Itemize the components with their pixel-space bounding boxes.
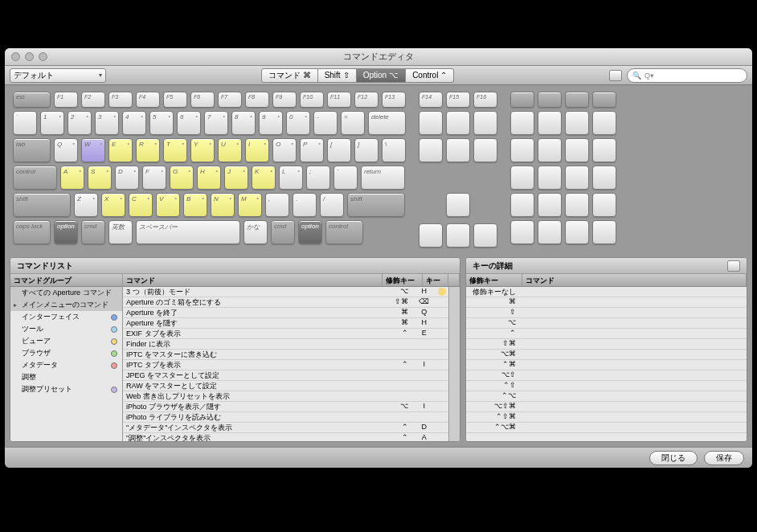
detail-row[interactable]: ⌃⌘ [466,360,747,370]
detail-row[interactable]: ⇧ [466,308,747,318]
key-[interactable] [446,193,470,217]
key-[interactable] [419,138,443,162]
key-[interactable] [446,223,470,248]
key-shift[interactable]: shift [347,193,405,217]
col-modifier[interactable]: 修飾キー [383,274,423,286]
key-t[interactable]: T [163,138,187,162]
key-[interactable] [419,223,443,248]
detail-row[interactable]: ⌥ [466,318,747,329]
command-row[interactable]: JPEG をマスターとして設定 [123,370,448,381]
col-key[interactable]: キー [423,274,448,286]
group-item[interactable]: 調整 [10,371,122,383]
key-[interactable] [473,138,497,162]
key-,[interactable]: , [265,193,289,217]
key-e[interactable]: E [108,138,133,162]
key-[interactable] [473,223,497,248]
key-[interactable] [538,166,562,190]
key-[interactable] [510,220,534,244]
col-detail-command[interactable]: コマンド [522,274,747,286]
key-f10[interactable]: F10 [300,92,324,108]
key-'[interactable]: ' [333,166,358,190]
modifier-コマンド-button[interactable]: コマンド ⌘ [261,68,318,83]
key-[interactable] [446,138,470,162]
key-control[interactable]: control [325,220,363,244]
key-return[interactable]: return [361,166,405,190]
command-row[interactable]: Aperture を隠す⌘H [123,318,448,329]
key-8[interactable]: 8 [231,111,256,135]
command-row[interactable]: Web 書き出しプリセットを表示 [123,391,448,402]
key-w[interactable]: W [81,138,105,162]
key-f9[interactable]: F9 [272,92,297,108]
detail-row[interactable]: ⌃ [466,329,747,339]
key-h[interactable]: H [197,166,221,190]
key-0[interactable]: 0 [286,111,310,135]
detail-row[interactable]: ⌃⇧⌘ [466,412,747,423]
key-c[interactable]: C [129,193,153,217]
key-x[interactable]: X [101,193,125,217]
command-row[interactable]: Aperture のゴミ箱を空にする⇧⌘⌫ [123,297,448,308]
key-6[interactable]: 6 [177,111,201,135]
key-7[interactable]: 7 [204,111,228,135]
key-[interactable] [538,92,562,108]
key-f1[interactable]: F1 [54,92,78,108]
group-item[interactable]: メインメニューのコマンド [10,299,122,311]
modifier-control-button[interactable]: Control ⌃ [406,68,454,83]
key-option[interactable]: option [298,220,322,244]
key-f2[interactable]: F2 [81,92,105,108]
key-[interactable] [538,138,562,162]
key-/[interactable]: / [320,193,344,217]
key-u[interactable]: U [218,138,242,162]
detail-row[interactable]: ⌥⇧ [466,370,747,381]
key-`[interactable]: ` [13,111,37,135]
command-row[interactable]: RAW をマスターとして設定 [123,381,448,391]
key-[interactable] [565,138,589,162]
detail-row[interactable]: ⌥⌘ [466,350,747,360]
command-scrollbar[interactable] [448,287,460,441]
key-[[interactable]: [ [327,138,351,162]
command-row[interactable]: iPhoto ライブラリを読み込む [123,412,448,423]
detail-row[interactable]: 修飾キーなし [466,287,747,297]
detail-row[interactable]: ⇧⌘ [466,339,747,350]
key-[interactable] [592,193,616,217]
detail-row[interactable]: ⌥⇧⌘ [466,402,747,412]
key-g[interactable]: G [170,166,194,190]
group-item[interactable]: インターフェイス [10,311,122,323]
command-row[interactable]: "メタデータ"インスペクタを表示⌃D [123,423,448,433]
key-f13[interactable]: F13 [382,92,406,108]
key-f[interactable]: F [142,166,166,190]
command-row[interactable]: EXIF タブを表示⌃E [123,329,448,339]
key-r[interactable]: R [136,138,160,162]
key-f16[interactable]: F16 [473,92,497,108]
preset-popup[interactable]: デフォルト [10,68,106,83]
key-shift[interactable]: shift [13,193,71,217]
command-row[interactable]: Aperture を終了⌘Q [123,308,448,318]
key-[interactable] [510,138,534,162]
key-[interactable] [510,111,534,135]
key-[interactable] [565,166,589,190]
key-;[interactable]: ; [306,166,330,190]
command-row[interactable]: IPTC タブを表示⌃I [123,360,448,370]
key-p[interactable]: P [300,138,324,162]
key-[interactable] [510,92,534,108]
key-[interactable] [510,193,534,217]
key-[interactable] [565,220,589,244]
key-o[interactable]: O [272,138,297,162]
detail-row[interactable]: ⌃⇧ [466,381,747,391]
search-field[interactable]: Q▾ [627,68,747,83]
close-button[interactable]: 閉じる [649,451,698,465]
col-command[interactable]: コマンド [123,274,383,286]
key-i[interactable]: I [245,138,269,162]
key-control[interactable]: control [13,166,57,190]
key-f14[interactable]: F14 [419,92,443,108]
key-delete[interactable]: delete [368,111,406,135]
key-[interactable] [446,111,470,135]
key-j[interactable]: J [224,166,248,190]
modifier-option-button[interactable]: Option ⌥ [357,68,406,83]
key-l[interactable]: L [279,166,303,190]
key-option[interactable]: option [54,220,78,244]
key-f3[interactable]: F3 [108,92,133,108]
key-f4[interactable]: F4 [136,92,160,108]
key-detail-body[interactable]: 修飾キーなし⌘⇧⌥⌃⇧⌘⌥⌘⌃⌘⌥⇧⌃⇧⌃⌥⌥⇧⌘⌃⇧⌘⌃⌥⌘ [466,287,747,441]
key-b[interactable]: B [183,193,207,217]
keyboard-highlight-toggle[interactable] [609,70,622,81]
